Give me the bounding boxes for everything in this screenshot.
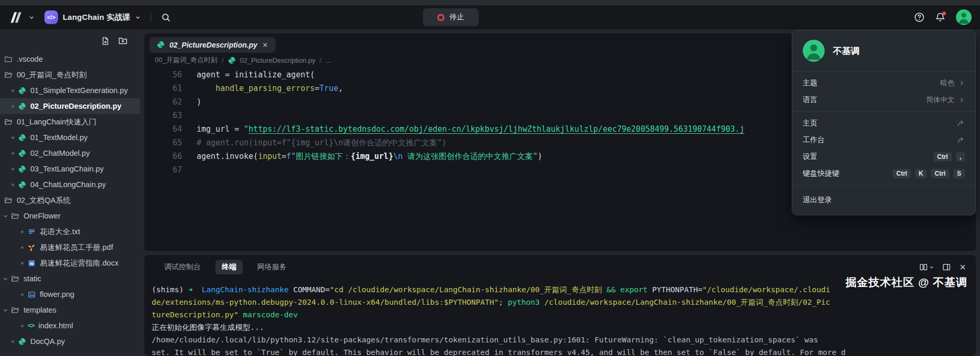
menu-item-language[interactable]: 语言简体中文 <box>792 91 975 108</box>
folder-open-icon <box>4 71 13 79</box>
menu-item-theme[interactable]: 主题暗色 <box>792 75 975 91</box>
python-icon <box>18 338 26 346</box>
menu-item-right: 暗色 <box>940 78 965 88</box>
tree-item-label: flower.png <box>40 290 74 298</box>
folder-open-icon <box>4 196 13 204</box>
panel-layout-icon[interactable] <box>942 263 951 271</box>
python-icon <box>18 102 26 110</box>
tree-item-flower.png[interactable]: flower.png <box>0 286 140 302</box>
menu-section: 退出登录 <box>792 186 975 215</box>
menu-item-right <box>957 120 965 128</box>
new-file-icon[interactable] <box>101 37 110 45</box>
file-dot <box>21 325 24 327</box>
tree-item-static[interactable]: static <box>0 271 140 286</box>
menu-item-label: 工作台 <box>803 135 825 145</box>
username: 不基调 <box>833 45 860 57</box>
split-view-icon[interactable] <box>919 263 934 271</box>
menu-item-right: Ctrl, <box>933 152 965 162</box>
tree-item-01_TextModel.py[interactable]: 01_TextModel.py <box>0 130 140 145</box>
tree-item-label: 03_TextLangChain.py <box>30 165 104 173</box>
menu-item-label: 设置 <box>803 152 817 162</box>
kbd-S: S <box>953 169 965 178</box>
terminal-line: 正在初始化图像字幕生成模型... <box>152 321 976 334</box>
file-dot <box>12 340 14 343</box>
stop-button[interactable]: 停止 <box>423 8 479 26</box>
tree-item-03_TextLangChain.py[interactable]: 03_TextLangChain.py <box>0 161 140 177</box>
notification-dot <box>942 12 946 15</box>
marscode-logo[interactable] <box>8 11 24 24</box>
tree-item-label: 00_开篇词_奇点时刻 <box>17 70 87 80</box>
chevron-right-icon <box>959 80 965 86</box>
panel-tab-网络服务[interactable]: 网络服务 <box>256 260 288 274</box>
kbd-Ctrl: Ctrl <box>931 169 949 178</box>
panel-tab-终端[interactable]: 终端 <box>215 260 243 274</box>
panel-tab-调试控制台[interactable]: 调试控制台 <box>163 260 202 274</box>
line-number: 63 <box>144 109 182 122</box>
tab-close-icon[interactable] <box>262 42 268 48</box>
tree-item-花语大全.txt[interactable]: 花语大全.txt <box>0 224 140 239</box>
menu-item-home[interactable]: 主页 <box>792 115 975 132</box>
pdf-icon <box>28 244 36 251</box>
tree-item-DocQA.py[interactable]: DocQA.py <box>0 334 140 349</box>
menu-item-logout[interactable]: 退出登录 <box>792 189 975 212</box>
project-code-badge-icon: </> <box>44 10 58 24</box>
project-name[interactable]: LangChain 实战课 <box>63 13 130 22</box>
menu-item-settings[interactable]: 设置Ctrl, <box>792 148 975 165</box>
panel-close-icon[interactable] <box>959 263 966 271</box>
file-dot <box>12 152 14 155</box>
tree-item-01_LangChain快速入门[interactable]: 01_LangChain快速入门 <box>0 114 140 130</box>
menu-item-shortcuts[interactable]: 键盘快捷键CtrlKCtrlS <box>792 165 975 182</box>
tree-item-OneFlower[interactable]: OneFlower <box>0 208 140 224</box>
avatar[interactable] <box>956 9 972 25</box>
chevron-down-icon[interactable] <box>3 276 8 282</box>
breadcrumb-item[interactable]: 00_开篇词_奇点时刻 <box>155 55 218 65</box>
tree-item-.vscode[interactable]: .vscode <box>0 51 140 67</box>
tree-item-02_文档QA系统[interactable]: 02_文档QA系统 <box>0 192 140 208</box>
menu-item-label: 键盘快捷键 <box>803 169 839 178</box>
external-link-icon <box>957 136 965 144</box>
folder-open-icon <box>4 118 13 126</box>
project-chevron-down-icon[interactable] <box>135 15 141 20</box>
chevron-down-icon <box>929 265 934 270</box>
logo-chevron-down-icon[interactable] <box>29 15 35 20</box>
svg-text:W: W <box>30 261 34 266</box>
tree-item-label: templates <box>24 306 56 314</box>
help-icon[interactable] <box>914 12 925 22</box>
search-icon[interactable] <box>161 13 171 22</box>
tab-title: 02_PictureDescription.py <box>169 41 257 49</box>
tree-item-易速鲜花运营指南.docx[interactable]: W易速鲜花运营指南.docx <box>0 255 140 271</box>
tree-item-02_PictureDescription.py[interactable]: 02_PictureDescription.py <box>0 98 140 114</box>
tree-item-易速鲜花员工手册.pdf[interactable]: 易速鲜花员工手册.pdf <box>0 239 140 255</box>
menu-item-label: 主页 <box>803 119 817 128</box>
tree-item-00_开篇词_奇点时刻[interactable]: 00_开篇词_奇点时刻 <box>0 67 140 83</box>
bell-icon[interactable] <box>935 12 945 22</box>
tree-item-label: 易速鲜花运营指南.docx <box>40 258 119 268</box>
menu-sections: 主题暗色语言简体中文主页工作台设置Ctrl,键盘快捷键CtrlKCtrlS退出登… <box>792 72 975 215</box>
menu-item-value: 简体中文 <box>926 95 954 105</box>
terminal-line: /home/cloudide/.local/lib/python3.12/sit… <box>152 334 976 346</box>
kbd-Ctrl: Ctrl <box>893 169 911 178</box>
account-menu: 不基调 主题暗色语言简体中文主页工作台设置Ctrl,键盘快捷键CtrlKCtrl… <box>792 30 976 215</box>
file-tree: .vscode00_开篇词_奇点时刻01_SimpleTextGeneratio… <box>0 51 140 349</box>
editor-tab-02-picturedescription[interactable]: 02_PictureDescription.py <box>150 37 276 53</box>
tree-item-label: .vscode <box>17 55 43 63</box>
bottom-panel: 调试控制台终端网络服务 (shims) ➜ LangChain-shizhank… <box>144 255 976 356</box>
line-number: 65 <box>144 136 182 150</box>
file-dot <box>12 105 14 108</box>
tree-item-templates[interactable]: templates <box>0 302 140 318</box>
new-folder-icon[interactable] <box>118 36 128 45</box>
breadcrumb-item[interactable]: ... <box>326 56 332 64</box>
file-dot <box>12 136 14 139</box>
chevron-down-icon[interactable] <box>3 307 8 313</box>
code-text: img_url = "https://lf3-static.bytednsdoc… <box>197 122 745 136</box>
menu-item-workspace[interactable]: 工作台 <box>792 132 975 148</box>
breadcrumb-item[interactable]: 02_PictureDescription.py <box>240 56 316 64</box>
tree-item-02_ChatModel.py[interactable]: 02_ChatModel.py <box>0 145 140 161</box>
file-dot <box>21 262 24 265</box>
tree-item-04_ChatLongChain.py[interactable]: 04_ChatLongChain.py <box>0 177 140 192</box>
breadcrumb-separator: / <box>320 56 322 64</box>
folder-open-icon <box>11 274 19 283</box>
tree-item-01_SimpleTextGeneration.py[interactable]: 01_SimpleTextGeneration.py <box>0 83 140 98</box>
tree-item-index.html[interactable]: <>index.html <box>0 318 140 334</box>
chevron-down-icon[interactable] <box>3 213 8 219</box>
